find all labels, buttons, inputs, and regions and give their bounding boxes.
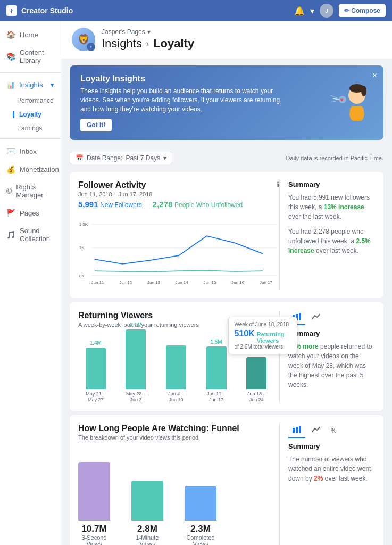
follower-activity-content: Follower Activity Jun 11, 2018 – Jun 17,… [78, 180, 375, 290]
bar-label-2: 2.1M [130, 322, 141, 328]
sidebar-item-monetization[interactable]: 💰 Monetization [0, 160, 61, 178]
page-title-area: Jasper's Pages ▾ Insights › Loyalty [102, 28, 194, 51]
sidebar-sub-earnings[interactable]: Earnings [0, 121, 61, 135]
bar-label-1: 1.4M [90, 340, 102, 346]
banner-got-it-button[interactable]: Got It! [80, 119, 112, 131]
pages-icon: 🚩 [6, 209, 15, 217]
sidebar-item-content-library[interactable]: 📚 Content Library [0, 44, 61, 69]
sidebar-item-sound-collection[interactable]: 🎵 Sound Collection [0, 222, 61, 247]
funnel-toggle-percent-button[interactable]: % [327, 424, 341, 438]
notification-icon[interactable]: 🔔 [294, 6, 305, 16]
follower-activity-chart-svg: 1.5K 1K 0K Jun 11 [78, 215, 279, 290]
funnel-bar-3 [185, 486, 216, 521]
sidebar-item-inbox[interactable]: ✉️ Inbox [0, 142, 61, 160]
funnel-toggle-bar-button[interactable] [288, 424, 305, 438]
funnel-col-1 [78, 462, 110, 521]
percent-icon: % [331, 427, 337, 434]
svg-text:Jun 11: Jun 11 [91, 280, 104, 285]
date-row: 📅 Date Range: Past 7 Days ▾ Daily data i… [61, 146, 392, 168]
svg-rect-28 [299, 426, 301, 433]
svg-text:Jun 15: Jun 15 [204, 280, 216, 285]
banner-title: Loyalty Insights [80, 74, 325, 84]
svg-rect-1 [350, 106, 364, 121]
funnel-label-1: 3-Second Views [78, 534, 110, 545]
bar-5[interactable] [246, 357, 266, 389]
compose-button[interactable]: ✏ Compose [339, 4, 386, 17]
sidebar-item-insights[interactable]: 📊 Insights ▾ [0, 76, 61, 94]
toggle-line-chart-button[interactable] [307, 311, 324, 325]
funnel-card: How Long People Are Watching: Funnel The… [70, 415, 383, 545]
new-followers-val: 5,991 [78, 200, 98, 209]
tooltip-val-row: 510K Returning Viewers [234, 329, 291, 344]
sidebar-divider2 [0, 138, 61, 139]
page-avatar: 🦁 f [72, 28, 95, 51]
funnel-col-2 [131, 481, 163, 521]
funnel-val-col-1: 10.7M 3-Second Views [78, 524, 110, 545]
chart-toggle [288, 311, 375, 325]
funnel-vals: 10.7M 3-Second Views 2.8M 1-Minute Views… [78, 524, 279, 545]
follower-activity-title: Follower Activity [78, 180, 243, 190]
svg-text:Jun 12: Jun 12 [119, 280, 132, 285]
funnel-val-2: 2.8M [131, 524, 163, 534]
follower-activity-chart: 1.5K 1K 0K Jun 11 [78, 215, 279, 290]
date-note: Daily data is recorded in Pacific Time. [286, 155, 383, 161]
follower-activity-card: Follower Activity Jun 11, 2018 – Jun 17,… [70, 172, 383, 298]
loyalty-insights-banner: Loyalty Insights These insights help you… [70, 65, 383, 140]
calendar-icon: 📅 [76, 154, 84, 162]
sidebar-sub-performance[interactable]: Performance [0, 94, 61, 108]
banner-close-button[interactable]: × [372, 71, 377, 80]
sidebar-item-pages[interactable]: 🚩 Pages [0, 204, 61, 222]
svg-text:Jun 13: Jun 13 [147, 280, 160, 285]
sidebar-item-home[interactable]: 🏠 Home [0, 26, 61, 44]
follower-summary-text1: You had 5,991 new followers this week, a… [288, 193, 375, 221]
home-icon: 🏠 [6, 30, 15, 39]
date-range-value: Past 7 Days [126, 154, 160, 162]
topbar: f Creator Studio 🔔 ▾ J ✏ Compose [0, 0, 392, 21]
bar-col-3: . Jun 4 –Jun 10 [159, 338, 194, 403]
sidebar-item-rights-manager[interactable]: © Rights Manager [0, 178, 61, 204]
sidebar-sub-loyalty[interactable]: Loyalty [0, 108, 61, 121]
avatar[interactable]: J [320, 4, 333, 18]
bar-tooltip: Week of June 18, 2018 510K Returning Vie… [228, 317, 297, 354]
funnel-main: How Long People Are Watching: Funnel The… [78, 424, 279, 545]
sidebar: 🏠 Home 📚 Content Library 📊 Insights ▾ Pe… [0, 21, 61, 545]
returning-viewers-main: Returning Viewers A week-by-week look at… [78, 311, 279, 402]
topbar-right: 🔔 ▾ J ✏ Compose [294, 4, 386, 18]
page-heading: Insights › Loyalty [102, 37, 194, 51]
date-range-button[interactable]: 📅 Date Range: Past 7 Days ▾ [70, 152, 172, 164]
funnel-summary-title: Summary [288, 442, 375, 450]
funnel-val-col-3: 2.3M Completed Views [185, 524, 216, 545]
sidebar-label-inbox: Inbox [20, 147, 37, 155]
page-header: 🦁 f Jasper's Pages ▾ Insights › Loyalty [61, 21, 392, 59]
sidebar-label-home: Home [20, 31, 38, 39]
chevron-down-icon[interactable]: ▾ [310, 6, 314, 16]
page-name-chevron: ▾ [147, 28, 151, 36]
svg-line-9 [331, 101, 338, 102]
breadcrumb-insights: Insights [102, 37, 142, 51]
returning-viewers-chart: 1.4M May 21 –May 27 2.1M May 28 –Jun 3 [78, 333, 279, 402]
banner-illustration: ♥ [325, 74, 373, 122]
bar-axis-4: Jun 11 –Jun 17 [207, 391, 226, 403]
svg-text:0K: 0K [79, 274, 85, 278]
follower-activity-main: Follower Activity Jun 11, 2018 – Jun 17,… [78, 180, 279, 290]
svg-point-4 [361, 86, 366, 96]
funnel-content: How Long People Are Watching: Funnel The… [78, 424, 375, 545]
bar-axis-3: Jun 4 –Jun 10 [168, 391, 184, 403]
bar-label-3: . [176, 338, 177, 344]
content-area: 🦁 f Jasper's Pages ▾ Insights › Loyalty … [61, 21, 392, 545]
funnel-bar-1 [78, 462, 110, 521]
svg-text:1K: 1K [79, 245, 85, 250]
funnel-toggle-line-button[interactable] [307, 424, 324, 438]
new-followers-label: New Followers [100, 201, 142, 209]
banner-content: Loyalty Insights These insights help you… [80, 74, 325, 131]
tooltip-week: Week of June 18, 2018 [234, 321, 291, 327]
funnel-summary: % Summary The number of viewers who watc… [279, 424, 375, 545]
tooltip-val: 510K [234, 329, 254, 338]
banner-description: These insights help you build an audienc… [80, 87, 282, 113]
unfollowed-stat: 2,278 People Who Unfollowed [153, 200, 243, 209]
content-library-icon: 📚 [6, 52, 15, 61]
page-avatar-badge: f [87, 43, 95, 51]
rv-summary-title: Summary [288, 329, 375, 337]
svg-line-7 [333, 98, 339, 100]
sidebar-divider [0, 72, 61, 73]
